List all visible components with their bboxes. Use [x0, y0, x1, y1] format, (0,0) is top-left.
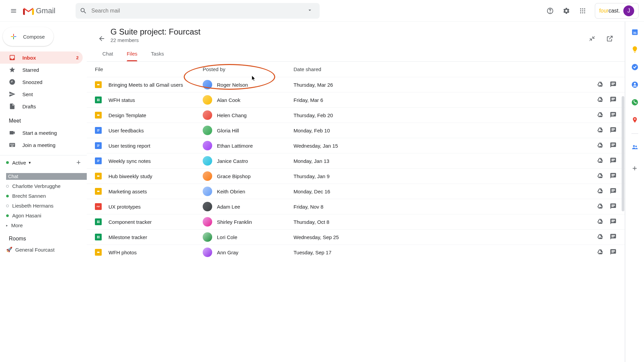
start-meeting-button[interactable]: Start a meeting [0, 127, 83, 139]
poster-avatar [203, 248, 212, 257]
table-row[interactable]: Milestone trackerLori ColeWednesday, Sep… [87, 229, 625, 244]
tab-tasks[interactable]: Tasks [151, 51, 164, 61]
poster-cell: Keith Obrien [203, 187, 294, 196]
rocket-icon: 🚀 [6, 247, 13, 253]
drive-icon [597, 218, 604, 225]
scrollbar[interactable] [621, 96, 625, 362]
join-meeting-label: Join a meeting [22, 142, 56, 148]
tab-chat[interactable]: Chat [102, 51, 113, 61]
open-in-new-icon [606, 35, 613, 42]
compose-button[interactable]: Compose [3, 27, 54, 46]
join-meeting-button[interactable]: Join a meeting [0, 139, 83, 151]
view-message-button[interactable] [610, 127, 617, 134]
view-message-button[interactable] [610, 203, 617, 211]
table-row[interactable]: Marketing assetsKeith ObrienMonday, Dec … [87, 184, 625, 199]
chat-contact[interactable]: Charlotte Verbrugghe [0, 181, 87, 191]
open-in-drive-button[interactable] [597, 249, 604, 256]
svg-rect-14 [97, 191, 100, 192]
chat-contact[interactable]: Brecht Sannen [0, 191, 87, 201]
view-message-button[interactable] [610, 111, 617, 119]
view-message-button[interactable] [610, 218, 617, 226]
app-header: Gmail fourcast. J [0, 0, 644, 22]
search-input[interactable] [91, 8, 304, 14]
slides-icon [95, 112, 102, 119]
poster-cell: Shirley Franklin [203, 217, 294, 227]
open-in-drive-button[interactable] [597, 111, 604, 119]
more-chats-button[interactable]: More [0, 220, 87, 230]
table-row[interactable]: User feedbacksGloria HillMonday, Feb 10 [87, 123, 625, 138]
open-in-drive-button[interactable] [597, 81, 604, 89]
get-addons-button[interactable]: + [632, 164, 637, 173]
date-shared: Thursday, Oct 8 [294, 219, 586, 225]
nav-sent[interactable]: Sent [0, 88, 83, 100]
table-row[interactable]: Bringing Meets to all Gmail usersRoger N… [87, 77, 625, 92]
view-message-button[interactable] [610, 157, 617, 165]
table-row[interactable]: WFH statusAlan CookFriday, Mar 6 [87, 92, 625, 107]
view-message-button[interactable] [610, 172, 617, 180]
collapse-button[interactable] [585, 32, 599, 45]
drive-icon [597, 81, 604, 88]
apps-button[interactable] [576, 4, 589, 18]
send-icon [9, 91, 16, 98]
chat-contact[interactable]: Agon Hasani [0, 211, 87, 220]
slides-icon [95, 249, 102, 256]
settings-button[interactable] [560, 4, 573, 18]
gmail-logo[interactable]: Gmail [23, 6, 55, 15]
chevron-down-icon: ▼ [28, 161, 32, 165]
nav-label: Starred [22, 67, 39, 73]
search-bar[interactable] [76, 3, 320, 19]
drive-icon [597, 142, 604, 149]
support-button[interactable] [543, 4, 557, 18]
open-in-drive-button[interactable] [597, 233, 604, 241]
help-icon [546, 7, 554, 15]
table-row[interactable]: Component trackerShirley FranklinThursda… [87, 214, 625, 229]
new-chat-button[interactable]: + [76, 158, 81, 167]
table-row[interactable]: PDFUX prototypesAdam LeeFriday, Nov 8 [87, 199, 625, 214]
tasks-addon[interactable] [631, 63, 639, 71]
view-message-button[interactable] [610, 233, 617, 241]
open-in-drive-button[interactable] [597, 203, 604, 211]
open-in-drive-button[interactable] [597, 218, 604, 226]
open-in-drive-button[interactable] [597, 188, 604, 195]
view-message-button[interactable] [610, 188, 617, 195]
nav-drafts[interactable]: Drafts [0, 100, 83, 112]
view-message-button[interactable] [610, 96, 617, 104]
table-row[interactable]: WFH photosAnn GrayTuesday, Sep 17 [87, 244, 625, 260]
chat-contact[interactable]: Liesbeth Hermans [0, 201, 87, 211]
table-row[interactable]: User testing reportEthan LattimoreWednes… [87, 138, 625, 153]
main-menu-button[interactable] [5, 3, 22, 19]
account-badge[interactable]: fourcast. J [595, 3, 639, 19]
open-in-drive-button[interactable] [597, 157, 604, 165]
voice-addon[interactable] [631, 98, 639, 106]
keep-addon[interactable] [631, 45, 639, 54]
table-row[interactable]: Design TemplateHelen ChangThursday, Feb … [87, 107, 625, 123]
table-row[interactable]: Hub biweekly studyGrace BipshopThursday,… [87, 168, 625, 184]
view-message-button[interactable] [610, 249, 617, 256]
right-side-panel: 31 + [625, 22, 644, 362]
nav-starred[interactable]: Starred [0, 64, 83, 76]
search-options-button[interactable] [304, 4, 316, 17]
nav-inbox[interactable]: Inbox2 [0, 51, 83, 64]
nav-snoozed[interactable]: Snoozed [0, 76, 83, 88]
date-shared: Thursday, Feb 20 [294, 112, 586, 118]
open-in-drive-button[interactable] [597, 96, 604, 104]
back-button[interactable] [95, 32, 108, 45]
room-members-count[interactable]: 22 members [110, 37, 200, 43]
popout-button[interactable] [603, 32, 617, 45]
open-in-drive-button[interactable] [597, 142, 604, 150]
open-in-drive-button[interactable] [597, 127, 604, 134]
cloudsearch-addon[interactable] [631, 143, 639, 151]
user-avatar[interactable]: J [623, 5, 634, 16]
maps-addon[interactable] [631, 116, 639, 124]
calendar-addon[interactable]: 31 [631, 28, 639, 36]
poster-cell: Grace Bipshop [203, 171, 294, 181]
tab-files[interactable]: Files [127, 51, 138, 61]
table-row[interactable]: Weekly sync notesJanice CastroMonday, Ja… [87, 153, 625, 168]
contacts-addon[interactable] [631, 81, 639, 89]
status-row[interactable]: Active ▼ + [0, 155, 87, 170]
room-list-item[interactable]: 🚀 General Fourcast [0, 244, 87, 255]
view-message-button[interactable] [610, 142, 617, 150]
view-message-button[interactable] [610, 81, 617, 89]
scrollbar-thumb[interactable] [622, 96, 624, 211]
open-in-drive-button[interactable] [597, 172, 604, 180]
